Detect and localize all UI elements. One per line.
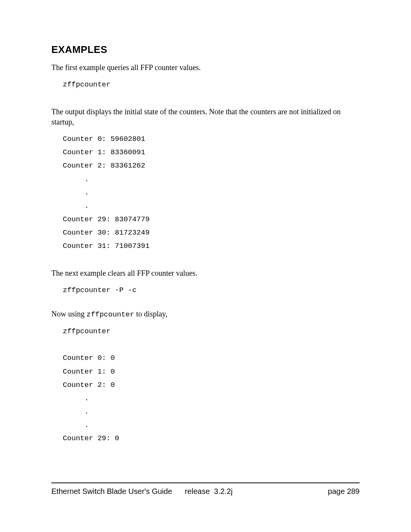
footer-page: page 289 xyxy=(328,487,360,496)
paragraph-intro-1: The first example queries all FFP counte… xyxy=(51,62,360,73)
footer-left: Ethernet Switch Blade User's Guide relea… xyxy=(51,487,233,496)
footer-line: Ethernet Switch Blade User's Guide relea… xyxy=(51,487,360,496)
spacer xyxy=(51,297,360,309)
inline-code: zffpcounter xyxy=(86,310,134,319)
footer-title: Ethernet Switch Blade User's Guide xyxy=(51,487,172,495)
code-block-1: zffpcounter xyxy=(63,78,360,91)
paragraph-now-using: Now using zffpcounter to display, xyxy=(51,309,360,320)
code-block-4: zffpcounter Counter 0: 0 Counter 1: 0 Co… xyxy=(63,325,360,445)
text-run: Now using xyxy=(51,310,86,318)
text-run: to display, xyxy=(134,310,167,318)
spacer xyxy=(51,91,360,107)
page: EXAMPLES The first example queries all F… xyxy=(0,0,411,532)
page-footer: Ethernet Switch Blade User's Guide relea… xyxy=(51,482,360,496)
footer-rule xyxy=(51,482,360,483)
footer-release: release 3.2.2j xyxy=(185,487,233,495)
paragraph-clear-example: The next example clears all FFP counter … xyxy=(51,268,360,278)
code-block-3: zffpcounter -P -c xyxy=(63,284,360,297)
code-block-2: Counter 0: 59602801 Counter 1: 83360091 … xyxy=(63,133,360,253)
section-heading: EXAMPLES xyxy=(51,44,360,56)
spacer xyxy=(51,253,360,268)
paragraph-output-note: The output displays the initial state of… xyxy=(51,107,360,127)
